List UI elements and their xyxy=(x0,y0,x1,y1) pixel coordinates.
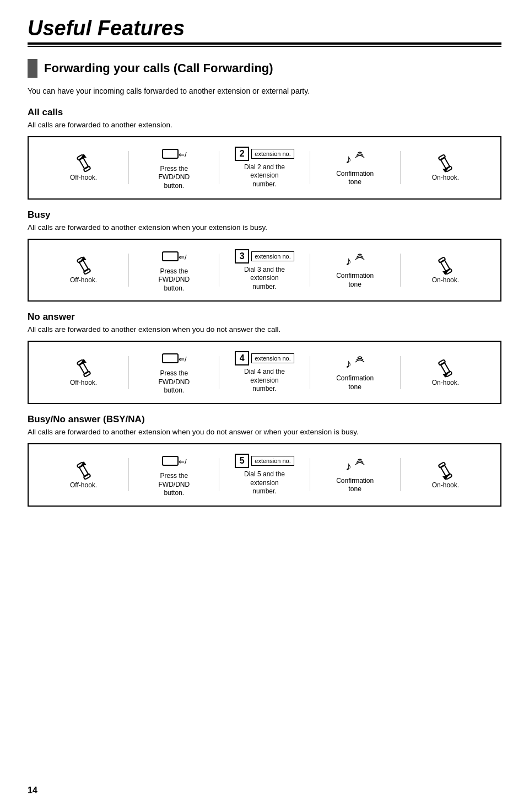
onhook-label-all-calls: On-hook. xyxy=(432,174,459,182)
onhook-label-busy-no-answer: On-hook. xyxy=(432,481,459,490)
subsection-desc-busy-no-answer: All calls are forwarded to another exten… xyxy=(28,427,501,438)
step-dial-all-calls: 2 extension no. Dial 2 and the extension… xyxy=(220,147,308,189)
fwdbtn-label-busy: Press the FWD/DND button. xyxy=(149,267,199,293)
svg-rect-37 xyxy=(163,456,178,465)
dial-badge-all-calls: 2 extension no. xyxy=(235,147,294,161)
subsection-no-answer: No answer All calls are forwarded to ano… xyxy=(28,311,501,404)
onhook-label-busy: On-hook. xyxy=(432,276,459,285)
fwd-dnd-button-icon: ⇐/⇑ xyxy=(160,248,188,267)
dial-num-no-answer: 4 xyxy=(235,351,249,365)
ext-label-all-calls: extension no. xyxy=(251,149,294,159)
fwd-btn-wrap-all-calls: ⇐/⇑ xyxy=(160,145,188,165)
conftone-label-busy-no-answer: Confirmation tone xyxy=(330,477,380,494)
step-box-busy-no-answer: Off-hook. ⇐/⇑ Press the FWD/DND button. … xyxy=(28,443,501,507)
step-fwdbtn-busy-no-answer: ⇐/⇑ Press the FWD/DND button. xyxy=(130,452,218,498)
fwd-dnd-button-icon: ⇐/⇑ xyxy=(160,452,188,472)
svg-rect-35 xyxy=(79,465,88,476)
subsection-desc-all-calls: All calls are forwarded to another exten… xyxy=(28,120,501,131)
step-fwdbtn-busy: ⇐/⇑ Press the FWD/DND button. xyxy=(130,248,218,293)
step-dial-busy-no-answer: 5 extension no. Dial 5 and the extension… xyxy=(220,454,308,496)
step-conftone-busy: ♪ Confirmation tone xyxy=(311,251,399,289)
phone-up-wrap-busy xyxy=(73,255,94,276)
conftone-label-no-answer: Confirmation tone xyxy=(330,374,380,391)
step-dial-no-answer: 4 extension no. Dial 4 and the extension… xyxy=(220,351,308,394)
step-box-no-answer: Off-hook. ⇐/⇑ Press the FWD/DND button. … xyxy=(28,341,501,404)
step-dial-busy: 3 extension no. Dial 3 and the extension… xyxy=(220,249,308,292)
conf-tone-wrap-busy-no-answer: ♪ xyxy=(344,456,365,477)
section-icon-bar xyxy=(28,59,37,78)
step-conftone-all-calls: ♪ Confirmation tone xyxy=(311,149,399,187)
page-title: Useful Features xyxy=(28,17,501,40)
intro-text: You can have your incoming calls forward… xyxy=(28,85,501,97)
divider3-busy-no-answer xyxy=(310,458,310,491)
confirmation-tone-icon: ♪ xyxy=(344,251,365,272)
page-number: 14 xyxy=(28,786,37,795)
conftone-label-busy: Confirmation tone xyxy=(330,272,380,289)
title-rule-thick xyxy=(28,42,501,45)
divider2-no-answer xyxy=(219,356,219,389)
svg-text:⇐/⇑: ⇐/⇑ xyxy=(179,458,188,466)
confirmation-tone-icon: ♪ xyxy=(344,456,365,477)
fwd-btn-wrap-no-answer: ⇐/⇑ xyxy=(160,349,188,369)
svg-text:♪: ♪ xyxy=(346,459,352,473)
subsection-desc-busy: All calls are forwarded to another exten… xyxy=(28,223,501,233)
title-rule-thin xyxy=(28,46,501,47)
dial-badge-no-answer: 4 extension no. xyxy=(235,351,294,365)
phone-up-icon xyxy=(73,460,94,481)
dial-num-busy: 3 xyxy=(235,249,249,264)
svg-rect-2 xyxy=(79,158,88,169)
onhook-label-no-answer: On-hook. xyxy=(432,379,459,388)
fwd-dnd-button-icon: ⇐/⇑ xyxy=(160,349,188,369)
phone-up-wrap-no-answer xyxy=(73,358,94,379)
conf-tone-wrap-no-answer: ♪ xyxy=(344,353,365,374)
step-box-all-calls: Off-hook. ⇐/⇑ Press the FWD/DND button. … xyxy=(28,136,501,200)
ext-label-busy-no-answer: extension no. xyxy=(251,456,294,466)
subsection-busy-no-answer: Busy/No answer (BSY/NA) All calls are fo… xyxy=(28,414,501,507)
dial-label-busy: Dial 3 and the extension number. xyxy=(240,266,289,292)
phone-up-wrap-all-calls xyxy=(73,153,94,174)
fwd-dnd-button-icon: ⇐/⇑ xyxy=(160,145,188,165)
divider2-busy-no-answer xyxy=(219,458,219,491)
dial-label-all-calls: Dial 2 and the extension number. xyxy=(240,163,289,189)
svg-text:⇐/⇑: ⇐/⇑ xyxy=(179,150,188,159)
subsection-all-calls: All calls All calls are forwarded to ano… xyxy=(28,107,501,200)
step-conftone-no-answer: ♪ Confirmation tone xyxy=(311,353,399,391)
svg-rect-24 xyxy=(79,362,88,374)
divider3-busy xyxy=(310,254,310,287)
fwdbtn-label-no-answer: Press the FWD/DND button. xyxy=(149,369,199,395)
phone-up-icon xyxy=(73,358,94,379)
divider1-no-answer xyxy=(128,356,129,389)
divider4-busy xyxy=(400,254,401,287)
svg-text:⇐/⇑: ⇐/⇑ xyxy=(179,355,188,363)
phone-down-icon xyxy=(435,255,456,276)
offhook-label-busy: Off-hook. xyxy=(70,276,97,285)
step-onhook-busy: On-hook. xyxy=(402,255,489,285)
svg-rect-4 xyxy=(163,149,178,158)
subsection-title-no-answer: No answer xyxy=(28,311,501,322)
step-conftone-busy-no-answer: ♪ Confirmation tone xyxy=(311,456,399,494)
dial-label-busy-no-answer: Dial 5 and the extension number. xyxy=(240,470,289,496)
svg-text:⇐/⇑: ⇐/⇑ xyxy=(179,253,188,261)
dial-num-busy-no-answer: 5 xyxy=(235,454,249,468)
divider1-busy xyxy=(128,254,129,287)
step-offhook-no-answer: Off-hook. xyxy=(40,358,127,388)
dial-label-no-answer: Dial 4 and the extension number. xyxy=(240,368,289,394)
divider2-busy xyxy=(219,254,219,287)
phone-down-icon xyxy=(435,358,456,379)
divider4-busy-no-answer xyxy=(400,458,401,491)
ext-label-no-answer: extension no. xyxy=(251,353,294,363)
svg-text:♪: ♪ xyxy=(346,357,352,370)
divider4-no-answer xyxy=(400,356,401,389)
confirmation-tone-icon: ♪ xyxy=(344,149,365,170)
divider3-all-calls xyxy=(310,151,310,184)
step-box-busy: Off-hook. ⇐/⇑ Press the FWD/DND button. … xyxy=(28,239,501,302)
step-fwdbtn-all-calls: ⇐/⇑ Press the FWD/DND button. xyxy=(130,145,218,191)
step-onhook-busy-no-answer: On-hook. xyxy=(402,460,489,490)
phone-up-icon xyxy=(73,255,94,276)
divider1-busy-no-answer xyxy=(128,458,129,491)
svg-rect-20 xyxy=(441,260,450,271)
dial-num-all-calls: 2 xyxy=(235,147,249,161)
phone-down-wrap-busy-no-answer xyxy=(435,460,456,481)
subsection-title-busy: Busy xyxy=(28,209,501,221)
svg-rect-31 xyxy=(441,362,450,374)
